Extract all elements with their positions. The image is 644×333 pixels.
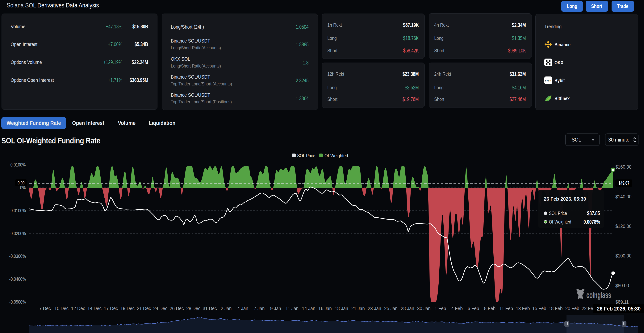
svg-text:coinglass: coinglass: [586, 290, 611, 300]
